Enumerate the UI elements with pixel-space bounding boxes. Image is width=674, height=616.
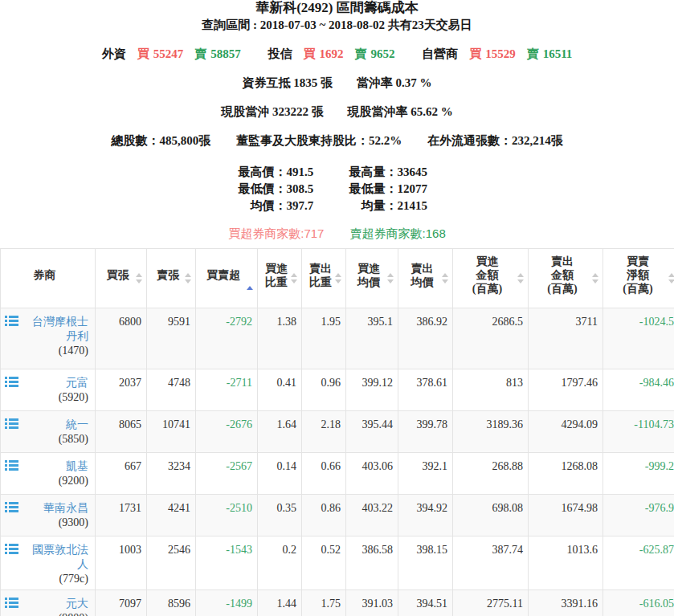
col-label: 比重 — [259, 275, 293, 289]
table-row: 元大(9800) 7097 8596 -1499 1.44 1.75 391.0… — [1, 590, 674, 616]
broker-code: (5920) — [22, 390, 88, 405]
cell-net-amt: -999.2 — [603, 453, 674, 495]
cell-broker: 元富(5920) — [1, 369, 96, 411]
dealer-buy: 買15529 — [469, 47, 516, 60]
cell-buy-pct: 1.38 — [258, 308, 302, 369]
cell-buy-pct: 1.44 — [258, 590, 302, 616]
cell-buy-qty: 8065 — [96, 411, 147, 453]
cell-sell-amt: 1268.08 — [529, 453, 603, 495]
cell-sell-amt: 1013.6 — [529, 536, 603, 590]
col-label: 買進 — [455, 255, 520, 268]
list-icon[interactable] — [5, 316, 18, 327]
col-header-buy-pct[interactable]: 買進比重 — [258, 249, 302, 308]
cell-buy-pct: 0.2 — [258, 536, 302, 590]
col-label: 買張 — [97, 268, 138, 282]
list-icon[interactable] — [5, 598, 18, 609]
cell-sell-qty: 8596 — [147, 590, 196, 616]
col-header-sell-pct[interactable]: 賣出比重 — [302, 249, 346, 308]
cell-broker: 統一(5850) — [1, 411, 96, 453]
sort-icons — [442, 273, 450, 284]
cell-sell-avg: 392.1 — [398, 453, 453, 495]
col-label: 買賣 — [605, 255, 671, 268]
cell-sell-amt: 3391.16 — [529, 590, 603, 616]
cell-net-amt: -625.87 — [603, 536, 674, 590]
col-header-sell-amt[interactable]: 賣出金額(百萬) — [529, 249, 603, 308]
col-label: 均價 — [348, 275, 390, 289]
cell-sell-qty: 2546 — [147, 536, 196, 590]
col-label: 賣出 — [530, 255, 594, 268]
cell-sell-pct: 1.75 — [302, 590, 346, 616]
stock-daytrade-rate: 現股當沖率 65.62 % — [348, 105, 453, 118]
cell-sell-qty: 9591 — [147, 308, 196, 369]
cell-buy-qty: 6800 — [96, 308, 147, 369]
cell-sell-avg: 394.51 — [398, 590, 453, 616]
cell-buy-amt: 3189.36 — [453, 411, 529, 453]
list-icon[interactable] — [5, 377, 18, 388]
price-volume-stats: 最高價：491.5最高量：33645 最低價：308.5最低量：12077 均價… — [239, 164, 436, 214]
cell-buy-amt: 813 — [453, 369, 529, 411]
sort-icons — [517, 273, 525, 284]
cell-buy-avg: 395.1 — [346, 308, 398, 369]
list-icon[interactable] — [5, 544, 18, 555]
low-price-value: 308.5 — [287, 181, 325, 198]
cell-sell-avg: 394.92 — [398, 495, 453, 536]
broker-code: (1470) — [22, 344, 88, 358]
cell-net-qty: -2567 — [196, 453, 258, 495]
cell-broker: 國票敦北法人(779c) — [1, 536, 96, 590]
cell-sell-pct: 0.86 — [302, 495, 346, 536]
avg-vol-value: 21415 — [398, 198, 436, 214]
cell-broker: 凱基(9200) — [1, 453, 96, 495]
cell-sell-pct: 0.96 — [302, 369, 346, 411]
sort-icons — [668, 273, 674, 284]
foreign-sell: 賣58857 — [194, 47, 241, 60]
col-header-broker[interactable]: 券商 — [1, 249, 96, 308]
broker-code: (9300) — [22, 516, 88, 530]
cell-sell-pct: 2.18 — [302, 411, 346, 453]
cell-sell-pct: 0.66 — [302, 453, 346, 495]
total-shares: 總股數：485,800張 — [111, 134, 210, 147]
list-icon[interactable] — [5, 502, 18, 513]
cell-sell-avg: 399.78 — [398, 411, 453, 453]
col-header-sell-qty[interactable]: 賣張 — [147, 249, 196, 308]
margin-offset-line: 資券互抵 1835 張 當沖率 0.37 % — [0, 74, 674, 92]
col-header-sell-avg[interactable]: 賣出均價 — [398, 249, 453, 308]
high-vol-value: 33645 — [398, 164, 436, 181]
list-icon[interactable] — [5, 460, 18, 471]
dealer-sell: 賣16511 — [527, 47, 573, 60]
broker-link[interactable]: 元富 — [66, 377, 88, 389]
sell-over-count: 賣超券商家數:168 — [350, 226, 446, 240]
cell-buy-qty: 1003 — [96, 536, 147, 590]
broker-code: (5850) — [22, 432, 88, 447]
broker-link[interactable]: 國票敦北法人 — [32, 544, 88, 570]
col-header-net-qty[interactable]: 買賣超 — [196, 249, 258, 308]
broker-link[interactable]: 凱基 — [66, 460, 88, 472]
col-label: 比重 — [304, 275, 337, 289]
broker-link[interactable]: 元大 — [66, 598, 88, 610]
table-row: 台灣摩根士丹利(1470) 6800 9591 -2792 1.38 1.95 … — [1, 308, 674, 369]
cell-buy-pct: 0.35 — [258, 495, 302, 536]
col-header-net-amt[interactable]: 買賣淨額(百萬) — [603, 249, 674, 308]
col-label: 買進 — [259, 262, 293, 275]
insider-holding: 董監事及大股東持股比：52.2% — [236, 134, 402, 147]
broker-link[interactable]: 台灣摩根士丹利 — [32, 316, 88, 342]
list-icon[interactable] — [5, 418, 18, 430]
broker-link[interactable]: 統一 — [66, 418, 88, 430]
float-shares: 在外流通張數：232,214張 — [427, 134, 563, 147]
foreign-label: 外資 — [102, 47, 126, 60]
col-label: (百萬) — [605, 282, 671, 296]
broker-link[interactable]: 華南永昌 — [43, 502, 88, 514]
foreign-group: 外資買55247賣58857 — [102, 47, 241, 60]
shares-line: 總股數：485,800張 董監事及大股東持股比：52.2% 在外流通張數：232… — [0, 132, 674, 149]
cell-buy-pct: 0.14 — [258, 453, 302, 495]
col-header-buy-amt[interactable]: 買進金額(百萬) — [453, 249, 529, 308]
col-header-buy-avg[interactable]: 買進均價 — [346, 249, 398, 308]
cell-net-qty: -1543 — [196, 536, 258, 590]
trust-buy: 買1692 — [303, 47, 343, 60]
table-header-row: 券商 買張 賣張 買賣超 買進比重 賣出比重 買進均價 賣出均價 買進金額(百萬… — [1, 249, 674, 308]
col-label: 均價 — [400, 275, 444, 289]
cell-sell-qty: 3234 — [147, 453, 196, 495]
cell-sell-qty: 10741 — [147, 411, 196, 453]
col-header-buy-qty[interactable]: 買張 — [96, 249, 147, 308]
cell-buy-avg: 403.22 — [346, 495, 398, 536]
dealer-group: 自營商買15529賣16511 — [422, 47, 572, 60]
